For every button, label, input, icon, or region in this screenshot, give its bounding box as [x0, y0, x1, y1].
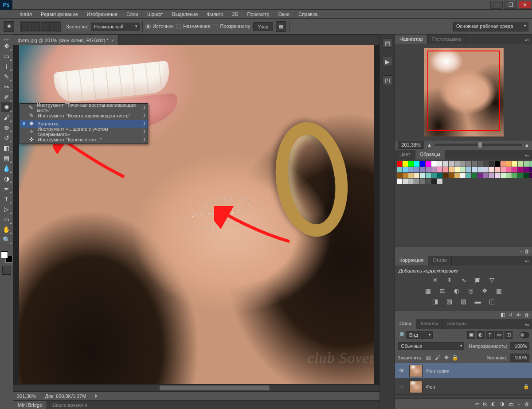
quick-mask-toggle[interactable]: [2, 266, 11, 275]
menu-edit[interactable]: Редактирование: [36, 10, 82, 18]
adj-posterize-icon[interactable]: ▧: [445, 297, 454, 305]
filter-pixel-icon[interactable]: ▣: [467, 331, 475, 339]
zoom-tool[interactable]: 🔍: [1, 235, 12, 245]
menu-select[interactable]: Выделение: [168, 10, 202, 18]
swatch[interactable]: [420, 173, 425, 178]
layer-name[interactable]: Фон: [426, 384, 435, 390]
swatch[interactable]: [506, 173, 512, 178]
flyout-content-aware-move[interactable]: ✧ Инструмент «...щение с учетом содержим…: [20, 128, 148, 136]
adj-bw-icon[interactable]: ◐: [452, 287, 462, 295]
menu-file[interactable]: Файл: [16, 10, 36, 18]
swatch[interactable]: [466, 161, 471, 167]
navigator-menu-icon[interactable]: ▾≡: [522, 36, 532, 44]
navigator-body[interactable]: [395, 44, 532, 140]
swatch[interactable]: [431, 173, 437, 178]
lock-image-icon[interactable]: 🖌: [434, 354, 441, 361]
horizontal-scrollbar[interactable]: [13, 384, 379, 391]
adj-exposure-icon[interactable]: ▣: [473, 276, 483, 284]
adj-selective-icon[interactable]: ◫: [487, 297, 497, 305]
actions-panel-icon[interactable]: ▶: [383, 57, 392, 66]
swatch[interactable]: [524, 173, 529, 178]
menu-3d[interactable]: 3D: [227, 10, 243, 18]
destination-radio[interactable]: Назначение: [176, 23, 210, 29]
navigator-zoom-input[interactable]: 201,38%: [398, 141, 424, 149]
mask-icon[interactable]: ◐: [491, 401, 496, 407]
tab-mini-bridge[interactable]: Mini Bridge: [13, 401, 47, 409]
lock-transparent-icon[interactable]: ▦: [425, 354, 432, 361]
swatch[interactable]: [529, 161, 532, 167]
tab-layers[interactable]: Слои: [395, 319, 416, 329]
swatch[interactable]: [477, 173, 483, 178]
swatch[interactable]: [495, 167, 500, 172]
adj-lookup-icon[interactable]: ▥: [494, 287, 504, 295]
shape-tool[interactable]: ▭: [1, 214, 12, 224]
menu-layer[interactable]: Слои: [122, 10, 143, 18]
swatch[interactable]: [472, 173, 477, 178]
menu-filter[interactable]: Фильтр: [202, 10, 227, 18]
opacity-input[interactable]: 100%: [510, 342, 529, 350]
tool-preset-icon[interactable]: ✺: [4, 21, 14, 32]
swatch[interactable]: [489, 167, 494, 172]
pattern-picker-icon[interactable]: ▦: [276, 21, 286, 32]
delete-swatch-icon[interactable]: 🗑: [524, 249, 529, 254]
adj-brightness-icon[interactable]: ☀: [430, 276, 440, 284]
swatch[interactable]: [501, 173, 506, 178]
workspace-switcher[interactable]: Основная рабочая среда: [453, 22, 528, 31]
adj-balance-icon[interactable]: ⚖: [438, 287, 447, 295]
swatch[interactable]: [518, 173, 523, 178]
swatch[interactable]: [477, 167, 483, 172]
swatch[interactable]: [512, 173, 517, 178]
layer-item[interactable]: 👁 Фон 🔒: [395, 379, 532, 395]
swatch[interactable]: [449, 173, 454, 178]
swatch[interactable]: [443, 167, 448, 172]
type-tool[interactable]: T: [1, 194, 12, 204]
new-swatch-icon[interactable]: ▫: [520, 249, 522, 254]
swatch[interactable]: [437, 167, 442, 172]
blur-tool[interactable]: 💧: [1, 164, 12, 173]
flyout-healing-brush[interactable]: ✎ Инструмент "Восстанавливающая кисть" J: [20, 112, 148, 120]
swatch[interactable]: [472, 167, 477, 172]
adj-curves-icon[interactable]: ∿: [459, 276, 469, 284]
transparent-check[interactable]: Прозрачному: [213, 23, 250, 29]
swatch[interactable]: [529, 167, 532, 172]
filter-search-icon[interactable]: 🔎: [398, 332, 404, 338]
menu-help[interactable]: Справка: [294, 10, 322, 18]
adj-invert-icon[interactable]: ◨: [430, 297, 440, 305]
swatch[interactable]: [501, 167, 506, 172]
swatch[interactable]: [414, 179, 419, 184]
swatch[interactable]: [408, 161, 414, 167]
swatch[interactable]: [454, 161, 460, 167]
swatch[interactable]: [414, 173, 419, 178]
swatch[interactable]: [403, 161, 408, 167]
lock-position-icon[interactable]: ✥: [443, 354, 450, 361]
properties-panel-icon[interactable]: ◳: [383, 75, 392, 85]
swatch[interactable]: [408, 173, 414, 178]
tab-styles[interactable]: Стили: [428, 256, 452, 265]
visibility-toggle[interactable]: 👁: [398, 367, 406, 374]
swatch[interactable]: [397, 167, 402, 172]
zoom-out-icon[interactable]: ▲: [427, 142, 432, 148]
swatch[interactable]: [466, 167, 471, 172]
swatch[interactable]: [454, 167, 460, 172]
tab-channels[interactable]: Каналы: [416, 319, 443, 329]
tab-adjustments[interactable]: Коррекция: [395, 256, 428, 265]
swatch[interactable]: [501, 161, 506, 167]
adj-view-icon[interactable]: 👁: [516, 312, 521, 318]
new-fill-icon[interactable]: ◑: [500, 401, 505, 407]
swatch[interactable]: [460, 173, 466, 178]
layer-thumbnail[interactable]: [409, 381, 422, 393]
adj-levels-icon[interactable]: ⇞: [445, 276, 454, 284]
navigator-thumbnail[interactable]: [424, 48, 504, 136]
swatch[interactable]: [397, 179, 402, 184]
filter-shape-icon[interactable]: ▭: [495, 331, 503, 339]
swatch[interactable]: [426, 167, 431, 172]
swatch[interactable]: [512, 161, 517, 167]
pattern-button[interactable]: Узор: [253, 22, 274, 31]
adj-mixer-icon[interactable]: ❖: [480, 287, 490, 295]
swatch[interactable]: [506, 161, 512, 167]
adj-vibrance-icon[interactable]: ▽: [487, 276, 497, 284]
layers-menu-icon[interactable]: ▾≡: [522, 321, 532, 329]
swatch-grid[interactable]: [397, 161, 530, 184]
tab-navigator[interactable]: Навигатор: [395, 35, 428, 44]
selection-intersect[interactable]: [51, 22, 59, 31]
